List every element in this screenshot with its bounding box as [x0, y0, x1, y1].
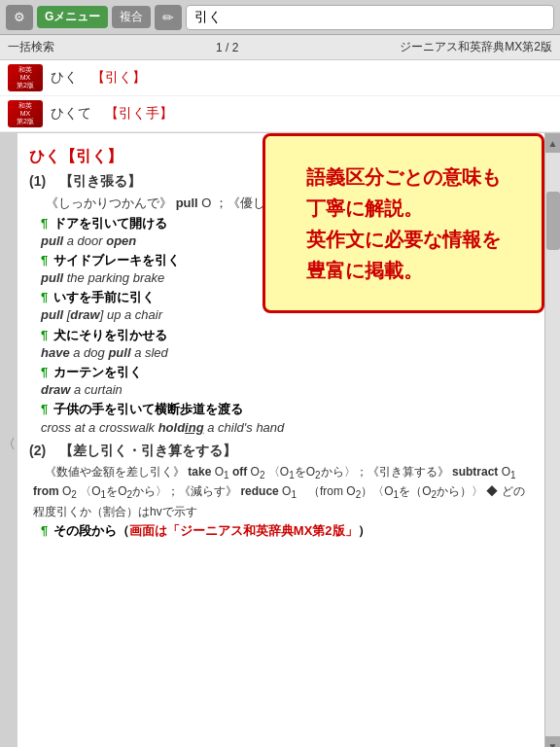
- result-text-0: ひく 【引く】: [51, 69, 146, 87]
- pen-button[interactable]: ✏: [155, 5, 182, 30]
- page-info: 1 / 2: [216, 41, 238, 54]
- compound-button[interactable]: 複合: [112, 6, 151, 28]
- search-results-list: 和英 MX 第2版 ひく 【引く】 和英 MX 第2版 ひくて 【引く手】: [0, 60, 560, 133]
- section-2-para: ¶ その段から（画面は「ジーニアス和英辞典MX第2版」）: [41, 522, 533, 540]
- result-item-0[interactable]: 和英 MX 第2版 ひく 【引く】: [0, 60, 560, 96]
- arrow-left-icon: 〈: [2, 436, 16, 453]
- toolbar: ⚙ Gメニュー 複合 ✏: [0, 0, 560, 35]
- example-5: ¶ 子供の手を引いて横断歩道を渡る cross at a crosswalk h…: [41, 401, 533, 436]
- gear-button[interactable]: ⚙: [6, 5, 33, 30]
- result-item-1[interactable]: 和英 MX 第2版 ひくて 【引く手】: [0, 96, 560, 132]
- result-text-1: ひくて 【引く手】: [51, 105, 173, 123]
- dict-name: ジーニアス和英辞典MX第2版: [400, 39, 552, 55]
- section-2-label: (2) 【差し引く・引き算をする】: [29, 443, 533, 460]
- example-4: ¶ カーテンを引く draw a curtain: [41, 364, 533, 399]
- scroll-down-button[interactable]: ▼: [545, 736, 561, 747]
- tooltip-overlay: 語義区分ごとの意味も 丁寧に解説。 英作文に必要な情報を 豊富に掲載。: [262, 133, 544, 313]
- scroll-track: [545, 153, 561, 736]
- results-bar: 一括検索 1 / 2 ジーニアス和英辞典MX第2版: [0, 35, 560, 60]
- scroll-up-button[interactable]: ▲: [545, 133, 561, 153]
- right-scrollbar: ▲ ▼: [544, 133, 560, 747]
- search-input[interactable]: [186, 5, 554, 30]
- dict-badge-0: 和英 MX 第2版: [8, 64, 43, 91]
- menu-button[interactable]: Gメニュー: [37, 6, 108, 28]
- section-2-sense: 《数値や金額を差し引く》 take O1 off O2 〈O1をO2から〉；《引…: [33, 463, 533, 520]
- results-label: 一括検索: [8, 39, 54, 55]
- example-3: ¶ 犬にそりを引かせる have a dog pull a sled: [41, 327, 533, 362]
- scroll-thumb[interactable]: [546, 192, 560, 250]
- tooltip-text: 語義区分ごとの意味も 丁寧に解説。 英作文に必要な情報を 豊富に掲載。: [306, 161, 501, 286]
- content-area: 〈 語義区分ごとの意味も 丁寧に解説。 英作文に必要な情報を 豊富に掲載。 ひく…: [0, 133, 560, 747]
- dict-content: 語義区分ごとの意味も 丁寧に解説。 英作文に必要な情報を 豊富に掲載。 ひく【引…: [18, 133, 544, 747]
- dict-badge-1: 和英 MX 第2版: [8, 100, 43, 127]
- left-scroll-button[interactable]: 〈: [0, 133, 18, 747]
